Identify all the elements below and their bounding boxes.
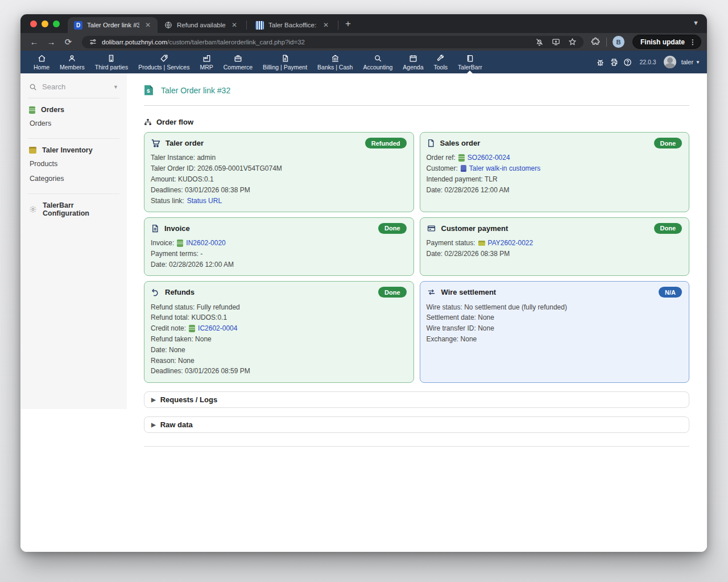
main-content: $ Taler Order link #32 Order flow Taler … bbox=[127, 73, 707, 552]
status-badge: Done bbox=[654, 138, 682, 148]
credit-note-link[interactable]: IC2602-0004 bbox=[198, 324, 237, 332]
install-app-icon[interactable] bbox=[552, 38, 560, 46]
tab-separator bbox=[338, 20, 338, 30]
nav-label: Billing | Payment bbox=[263, 64, 307, 71]
profile-avatar[interactable]: B bbox=[613, 36, 624, 48]
card-taler-order: Taler order Refunded Taler Instance: adm… bbox=[144, 132, 414, 212]
window-controls bbox=[20, 14, 68, 33]
card-line: Taler Instance: admin bbox=[151, 152, 407, 163]
nav-label: Third parties bbox=[95, 64, 128, 71]
url-host: dolibarr.potuzhnyi.com bbox=[102, 39, 167, 46]
minimize-window-button[interactable] bbox=[42, 20, 48, 27]
credit-note-document-icon bbox=[189, 325, 195, 332]
card-title: Customer payment bbox=[441, 224, 649, 233]
card-wire-settlement: Wire settlement N/A Wire status: No sett… bbox=[420, 281, 690, 382]
finish-update-button[interactable]: Finish update ⋮ bbox=[632, 35, 701, 49]
print-icon[interactable] bbox=[610, 58, 618, 67]
card-line: Settlement date: None bbox=[427, 312, 682, 323]
close-tab-icon[interactable]: ✕ bbox=[230, 20, 238, 30]
bookmark-star-icon[interactable] bbox=[568, 38, 577, 46]
undo-refund-icon bbox=[151, 288, 160, 297]
card-line: Payment status:PAY2602-0022 bbox=[427, 238, 682, 249]
search-dropdown-caret-icon[interactable]: ▼ bbox=[113, 84, 118, 90]
reload-button[interactable]: ⟳ bbox=[61, 37, 75, 47]
nav-home[interactable]: Home bbox=[28, 51, 55, 73]
extensions-puzzle-icon[interactable] bbox=[590, 37, 601, 47]
sidebar-search[interactable]: ▼ bbox=[28, 81, 119, 98]
nav-accounting[interactable]: Accounting bbox=[358, 51, 398, 73]
close-tab-icon[interactable]: ✕ bbox=[144, 20, 152, 30]
tab-taler-order-link[interactable]: D Taler Order link #32 ✕ bbox=[68, 17, 158, 33]
chevron-down-icon[interactable]: ▼ bbox=[693, 19, 699, 26]
card-title: Taler order bbox=[166, 139, 360, 147]
user-avatar[interactable] bbox=[664, 56, 676, 68]
zoom-window-button[interactable] bbox=[53, 20, 60, 27]
transfer-arrows-icon bbox=[427, 288, 436, 296]
address-bar[interactable]: dolibarr.potuzhnyi.com/custom/talerbarr/… bbox=[82, 36, 584, 48]
nav-label: Accounting bbox=[363, 64, 392, 71]
forward-button[interactable]: → bbox=[44, 37, 58, 47]
nav-label: Home bbox=[34, 64, 49, 71]
status-badge: Done bbox=[378, 287, 407, 298]
browser-menu-kebab-icon[interactable]: ⋮ bbox=[689, 38, 696, 46]
card-line: Reason: None bbox=[151, 355, 407, 366]
card-line: Refund taken: None bbox=[151, 334, 407, 345]
card-line: Taler Order ID: 2026.059-0001V54TG074M bbox=[151, 163, 407, 174]
nav-banks-cash[interactable]: Banks | Cash bbox=[312, 51, 358, 73]
section-title[interactable]: TalerBarr Configuration bbox=[43, 201, 118, 217]
card-line: Date: 02/28/2026 08:38 PM bbox=[427, 249, 682, 259]
nav-tools[interactable]: Tools bbox=[429, 51, 453, 73]
card-line: Credit note:IC2602-0004 bbox=[151, 323, 407, 334]
panel-requests-logs[interactable]: ▶ Requests / Logs bbox=[144, 391, 689, 408]
status-url-link[interactable]: Status URL bbox=[187, 197, 222, 205]
help-icon[interactable] bbox=[623, 58, 632, 67]
new-tab-button[interactable]: + bbox=[341, 18, 358, 33]
taler-favicon bbox=[255, 21, 264, 30]
panel-raw-data[interactable]: ▶ Raw data bbox=[144, 416, 689, 433]
back-button[interactable]: ← bbox=[27, 37, 41, 47]
nav-billing-payment[interactable]: Billing | Payment bbox=[258, 51, 312, 73]
status-badge: Refunded bbox=[365, 138, 407, 148]
close-tab-icon[interactable]: ✕ bbox=[322, 20, 330, 30]
sidebar-section-orders: Orders Orders bbox=[28, 98, 119, 133]
gear-icon bbox=[29, 205, 37, 213]
debug-bug-icon[interactable] bbox=[596, 58, 605, 67]
section-title: Taler Inventory bbox=[42, 146, 93, 154]
card-line: Refund total: KUDOS:0.1 bbox=[151, 312, 407, 323]
dolibarr-favicon: D bbox=[74, 21, 82, 30]
sidebar-item-categories[interactable]: Categories bbox=[29, 171, 118, 186]
search-input[interactable] bbox=[42, 82, 108, 91]
section-title: Orders bbox=[41, 106, 64, 114]
tab-taler-backoffice[interactable]: Taler Backoffice: ✕ bbox=[249, 17, 336, 33]
search-icon bbox=[29, 83, 37, 91]
nav-mrp[interactable]: MRP bbox=[195, 51, 218, 73]
user-menu[interactable]: taler▼ bbox=[681, 59, 700, 65]
nav-products-services[interactable]: Products | Services bbox=[133, 51, 195, 73]
sales-order-link[interactable]: SO2602-0024 bbox=[468, 154, 510, 162]
payment-link[interactable]: PAY2602-0022 bbox=[488, 239, 533, 247]
invoice-link[interactable]: IN2602-0020 bbox=[186, 239, 225, 247]
globe-favicon bbox=[164, 21, 172, 30]
sidebar-item-products[interactable]: Products bbox=[29, 156, 118, 171]
browser-window: D Taler Order link #32 ✕ Refund availabl… bbox=[20, 14, 707, 552]
nav-label: Commerce bbox=[224, 64, 253, 71]
page-title-text: Taler Order link #32 bbox=[161, 86, 230, 95]
order-flow-grid: Taler order Refunded Taler Instance: adm… bbox=[144, 132, 689, 383]
customer-link[interactable]: Taler walk-in customers bbox=[469, 164, 540, 172]
nav-commerce[interactable]: Commerce bbox=[218, 51, 258, 73]
nav-agenda[interactable]: Agenda bbox=[398, 51, 428, 73]
nav-members[interactable]: Members bbox=[55, 51, 90, 73]
card-line: Deadlines: 03/01/2026 08:59 PM bbox=[151, 366, 407, 377]
title-divider bbox=[144, 105, 689, 106]
nav-label: TalerBarr bbox=[458, 64, 482, 71]
close-window-button[interactable] bbox=[30, 20, 37, 27]
tab-refund-available[interactable]: Refund available for Order fro ✕ bbox=[158, 17, 244, 33]
notifications-blocked-icon[interactable] bbox=[535, 38, 544, 46]
card-line: Invoice:IN2602-0020 bbox=[151, 238, 407, 249]
sidebar-item-orders[interactable]: Orders bbox=[29, 116, 118, 131]
nav-third-parties[interactable]: Third parties bbox=[90, 51, 133, 73]
inventory-package-icon bbox=[29, 147, 36, 154]
site-info-icon[interactable] bbox=[89, 38, 97, 46]
nav-talerbarr[interactable]: TalerBarr bbox=[453, 51, 487, 73]
url-path: /custom/talerbarr/talerorderlink_card.ph… bbox=[167, 39, 305, 46]
